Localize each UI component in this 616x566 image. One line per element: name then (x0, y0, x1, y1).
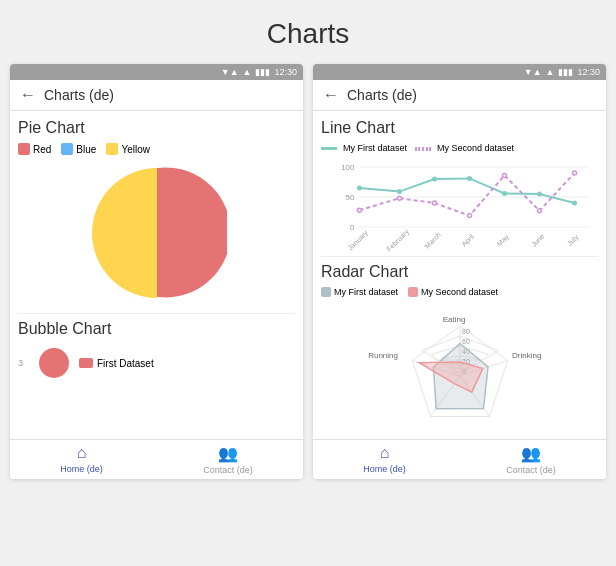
svg-text:May: May (496, 233, 511, 248)
svg-point-19 (572, 201, 577, 206)
screens-container: ▼▲ ▲ ▮▮▮ 12:30 ← Charts (de) Pie Chart R… (10, 64, 606, 479)
left-nav-bar: ← Charts (de) (10, 80, 303, 111)
contact-icon: 👥 (218, 444, 238, 463)
radar2-label: My Second dataset (421, 287, 498, 297)
yellow-label: Yellow (121, 144, 150, 155)
svg-text:June: June (530, 232, 546, 248)
line1-label: My First dataset (343, 143, 407, 153)
pie-legend-yellow: Yellow (106, 143, 150, 155)
blue-dot (61, 143, 73, 155)
signal-icon: ▼▲ (221, 67, 239, 77)
radar-legend: My First dataset My Second dataset (321, 287, 598, 297)
right-bottom-nav: ⌂ Home (de) 👥 Contact (de) (313, 439, 606, 479)
left-screen-content: Pie Chart Red Blue Yellow (10, 111, 303, 439)
svg-text:July: July (566, 233, 581, 248)
svg-point-24 (503, 173, 507, 177)
pie-legend-red: Red (18, 143, 51, 155)
right-screen-content: Line Chart My First dataset My Second da… (313, 111, 606, 439)
bubble-area: 3 First Dataset (18, 344, 295, 382)
svg-text:50: 50 (346, 193, 355, 202)
right-time: 12:30 (577, 67, 600, 77)
svg-point-18 (537, 192, 542, 197)
svg-text:60: 60 (462, 338, 470, 345)
right-status-bar: ▼▲ ▲ ▮▮▮ 12:30 (313, 64, 606, 80)
pie-chart-section: Pie Chart Red Blue Yellow (18, 119, 295, 303)
line-chart-svg: 100 50 0 January February March April Ma… (321, 157, 598, 252)
radar-legend-first: My First dataset (321, 287, 398, 297)
left-bottom-nav: ⌂ Home (de) 👥 Contact (de) (10, 439, 303, 479)
svg-text:80: 80 (462, 328, 470, 335)
pie-chart-visual (18, 163, 295, 303)
pie-legend-blue: Blue (61, 143, 96, 155)
bubble-legend-dot (79, 358, 93, 368)
radar1-color (321, 287, 331, 297)
line-legend-second: My Second dataset (415, 143, 514, 153)
line-legend-first: My First dataset (321, 143, 407, 153)
svg-text:100: 100 (341, 163, 355, 172)
bubble-legend: First Dataset (79, 358, 154, 369)
radar-svg: 0 20 40 60 80 Eating Drinking Running (330, 301, 590, 431)
svg-point-20 (358, 208, 362, 212)
bubble-y-label: 3 (18, 358, 23, 368)
svg-point-23 (468, 214, 472, 218)
bubble-legend-label: First Dataset (97, 358, 154, 369)
home-icon: ⌂ (77, 444, 87, 462)
wifi-icon: ▲ (243, 67, 252, 77)
right-back-button[interactable]: ← (323, 86, 339, 104)
home-label: Home (de) (60, 464, 103, 474)
line2-label: My Second dataset (437, 143, 514, 153)
right-screen: ▼▲ ▲ ▮▮▮ 12:30 ← Charts (de) Line Chart … (313, 64, 606, 479)
right-nav-bar: ← Charts (de) (313, 80, 606, 111)
left-nav-title: Charts (de) (44, 87, 114, 103)
right-battery-icon: ▮▮▮ (558, 67, 573, 77)
contact-label: Contact (de) (203, 465, 253, 475)
svg-text:January: January (346, 229, 370, 253)
left-screen: ▼▲ ▲ ▮▮▮ 12:30 ← Charts (de) Pie Chart R… (10, 64, 303, 479)
svg-point-14 (397, 189, 402, 194)
radar-chart-section: Radar Chart My First dataset My Second d… (321, 256, 598, 431)
right-wifi-icon: ▲ (546, 67, 555, 77)
line1-color (321, 147, 337, 150)
yellow-dot (106, 143, 118, 155)
right-nav-title: Charts (de) (347, 87, 417, 103)
left-time: 12:30 (274, 67, 297, 77)
bubble-chart-title: Bubble Chart (18, 320, 295, 338)
right-home-label: Home (de) (363, 464, 406, 474)
right-home-icon: ⌂ (380, 444, 390, 462)
right-nav-home[interactable]: ⌂ Home (de) (363, 444, 406, 475)
blue-label: Blue (76, 144, 96, 155)
right-contact-icon: 👥 (521, 444, 541, 463)
svg-text:February: February (385, 228, 411, 254)
svg-point-13 (357, 186, 362, 191)
left-nav-home[interactable]: ⌂ Home (de) (60, 444, 103, 475)
drinking-label: Drinking (512, 351, 541, 360)
right-signal-icon: ▼▲ (524, 67, 542, 77)
svg-text:0: 0 (350, 223, 355, 232)
svg-point-15 (432, 177, 437, 182)
svg-point-17 (502, 191, 507, 196)
radar-chart-visual: 0 20 40 60 80 Eating Drinking Running (321, 301, 598, 431)
battery-icon: ▮▮▮ (255, 67, 270, 77)
page-title: Charts (267, 18, 349, 50)
left-nav-contact[interactable]: 👥 Contact (de) (203, 444, 253, 475)
radar-legend-second: My Second dataset (408, 287, 498, 297)
svg-point-26 (573, 171, 577, 175)
line1-path (360, 178, 575, 203)
svg-text:April: April (460, 232, 476, 248)
svg-point-22 (433, 201, 437, 205)
radar-chart-title: Radar Chart (321, 263, 598, 281)
pie-legend: Red Blue Yellow (18, 143, 295, 155)
line-chart-title: Line Chart (321, 119, 598, 137)
left-back-button[interactable]: ← (20, 86, 36, 104)
radar1-label: My First dataset (334, 287, 398, 297)
bubble-visual (39, 348, 69, 378)
right-nav-contact[interactable]: 👥 Contact (de) (506, 444, 556, 475)
left-status-bar: ▼▲ ▲ ▮▮▮ 12:30 (10, 64, 303, 80)
eating-label: Eating (442, 315, 465, 324)
right-contact-label: Contact (de) (506, 465, 556, 475)
radar2-color (408, 287, 418, 297)
svg-point-16 (467, 176, 472, 181)
pie-chart-title: Pie Chart (18, 119, 295, 137)
red-dot (18, 143, 30, 155)
line2-color (415, 147, 431, 151)
